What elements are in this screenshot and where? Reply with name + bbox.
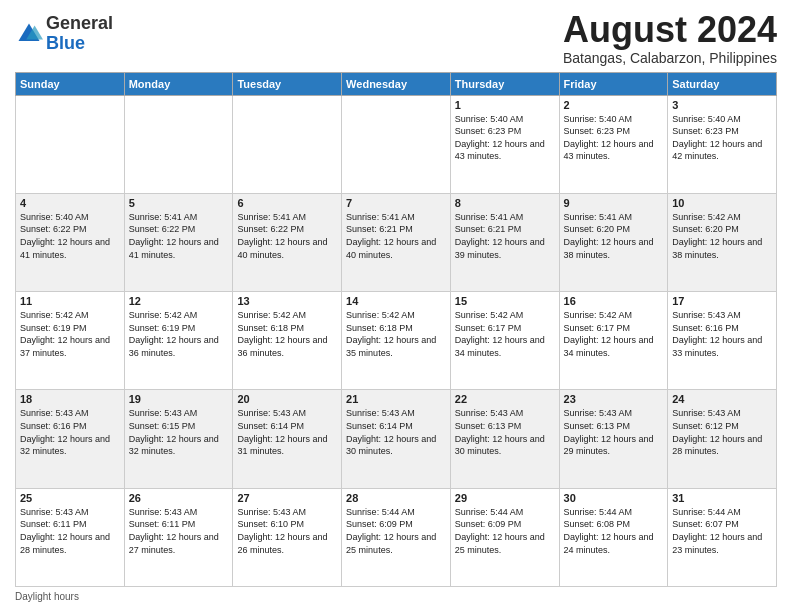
day-number: 30 xyxy=(564,492,664,504)
calendar-header-row: SundayMondayTuesdayWednesdayThursdayFrid… xyxy=(16,72,777,95)
calendar-day-header: Saturday xyxy=(668,72,777,95)
calendar-day-cell: 28Sunrise: 5:44 AM Sunset: 6:09 PM Dayli… xyxy=(342,488,451,586)
calendar-day-cell: 30Sunrise: 5:44 AM Sunset: 6:08 PM Dayli… xyxy=(559,488,668,586)
calendar-day-cell: 9Sunrise: 5:41 AM Sunset: 6:20 PM Daylig… xyxy=(559,193,668,291)
day-number: 9 xyxy=(564,197,664,209)
calendar-day-cell: 5Sunrise: 5:41 AM Sunset: 6:22 PM Daylig… xyxy=(124,193,233,291)
day-number: 28 xyxy=(346,492,446,504)
location-title: Batangas, Calabarzon, Philippines xyxy=(563,50,777,66)
calendar-day-cell: 25Sunrise: 5:43 AM Sunset: 6:11 PM Dayli… xyxy=(16,488,125,586)
day-info: Sunrise: 5:42 AM Sunset: 6:18 PM Dayligh… xyxy=(237,309,337,359)
day-number: 29 xyxy=(455,492,555,504)
header: General Blue August 2024 Batangas, Calab… xyxy=(15,10,777,66)
calendar-day-header: Thursday xyxy=(450,72,559,95)
day-info: Sunrise: 5:43 AM Sunset: 6:10 PM Dayligh… xyxy=(237,506,337,556)
day-number: 13 xyxy=(237,295,337,307)
calendar-week-row: 25Sunrise: 5:43 AM Sunset: 6:11 PM Dayli… xyxy=(16,488,777,586)
day-info: Sunrise: 5:43 AM Sunset: 6:13 PM Dayligh… xyxy=(564,407,664,457)
day-info: Sunrise: 5:44 AM Sunset: 6:08 PM Dayligh… xyxy=(564,506,664,556)
day-info: Sunrise: 5:43 AM Sunset: 6:11 PM Dayligh… xyxy=(20,506,120,556)
logo-blue-text: Blue xyxy=(46,33,85,53)
calendar-day-cell: 7Sunrise: 5:41 AM Sunset: 6:21 PM Daylig… xyxy=(342,193,451,291)
day-info: Sunrise: 5:44 AM Sunset: 6:09 PM Dayligh… xyxy=(346,506,446,556)
day-number: 19 xyxy=(129,393,229,405)
page: General Blue August 2024 Batangas, Calab… xyxy=(0,0,792,612)
day-info: Sunrise: 5:42 AM Sunset: 6:19 PM Dayligh… xyxy=(129,309,229,359)
calendar-day-cell: 29Sunrise: 5:44 AM Sunset: 6:09 PM Dayli… xyxy=(450,488,559,586)
day-number: 24 xyxy=(672,393,772,405)
day-number: 10 xyxy=(672,197,772,209)
logo-general-text: General xyxy=(46,13,113,33)
day-number: 1 xyxy=(455,99,555,111)
day-number: 14 xyxy=(346,295,446,307)
day-info: Sunrise: 5:43 AM Sunset: 6:14 PM Dayligh… xyxy=(237,407,337,457)
day-number: 6 xyxy=(237,197,337,209)
calendar-day-cell: 16Sunrise: 5:42 AM Sunset: 6:17 PM Dayli… xyxy=(559,292,668,390)
calendar-day-header: Monday xyxy=(124,72,233,95)
calendar-day-cell: 22Sunrise: 5:43 AM Sunset: 6:13 PM Dayli… xyxy=(450,390,559,488)
day-info: Sunrise: 5:40 AM Sunset: 6:23 PM Dayligh… xyxy=(672,113,772,163)
calendar-day-cell: 18Sunrise: 5:43 AM Sunset: 6:16 PM Dayli… xyxy=(16,390,125,488)
day-info: Sunrise: 5:42 AM Sunset: 6:19 PM Dayligh… xyxy=(20,309,120,359)
calendar-day-header: Tuesday xyxy=(233,72,342,95)
day-number: 16 xyxy=(564,295,664,307)
calendar-day-cell: 17Sunrise: 5:43 AM Sunset: 6:16 PM Dayli… xyxy=(668,292,777,390)
day-info: Sunrise: 5:43 AM Sunset: 6:12 PM Dayligh… xyxy=(672,407,772,457)
day-info: Sunrise: 5:43 AM Sunset: 6:13 PM Dayligh… xyxy=(455,407,555,457)
calendar-day-cell: 21Sunrise: 5:43 AM Sunset: 6:14 PM Dayli… xyxy=(342,390,451,488)
calendar-day-cell xyxy=(342,95,451,193)
calendar-day-cell: 31Sunrise: 5:44 AM Sunset: 6:07 PM Dayli… xyxy=(668,488,777,586)
day-info: Sunrise: 5:40 AM Sunset: 6:23 PM Dayligh… xyxy=(455,113,555,163)
calendar-day-cell: 13Sunrise: 5:42 AM Sunset: 6:18 PM Dayli… xyxy=(233,292,342,390)
day-number: 8 xyxy=(455,197,555,209)
logo: General Blue xyxy=(15,14,113,54)
calendar-week-row: 11Sunrise: 5:42 AM Sunset: 6:19 PM Dayli… xyxy=(16,292,777,390)
day-info: Sunrise: 5:40 AM Sunset: 6:23 PM Dayligh… xyxy=(564,113,664,163)
day-number: 23 xyxy=(564,393,664,405)
day-info: Sunrise: 5:43 AM Sunset: 6:16 PM Dayligh… xyxy=(672,309,772,359)
calendar-week-row: 18Sunrise: 5:43 AM Sunset: 6:16 PM Dayli… xyxy=(16,390,777,488)
day-number: 18 xyxy=(20,393,120,405)
day-info: Sunrise: 5:44 AM Sunset: 6:07 PM Dayligh… xyxy=(672,506,772,556)
calendar-day-cell: 12Sunrise: 5:42 AM Sunset: 6:19 PM Dayli… xyxy=(124,292,233,390)
day-info: Sunrise: 5:44 AM Sunset: 6:09 PM Dayligh… xyxy=(455,506,555,556)
day-info: Sunrise: 5:42 AM Sunset: 6:17 PM Dayligh… xyxy=(564,309,664,359)
day-number: 15 xyxy=(455,295,555,307)
day-info: Sunrise: 5:41 AM Sunset: 6:21 PM Dayligh… xyxy=(346,211,446,261)
day-number: 4 xyxy=(20,197,120,209)
calendar-day-cell: 14Sunrise: 5:42 AM Sunset: 6:18 PM Dayli… xyxy=(342,292,451,390)
calendar-day-cell: 23Sunrise: 5:43 AM Sunset: 6:13 PM Dayli… xyxy=(559,390,668,488)
calendar-day-cell: 27Sunrise: 5:43 AM Sunset: 6:10 PM Dayli… xyxy=(233,488,342,586)
title-block: August 2024 Batangas, Calabarzon, Philip… xyxy=(563,10,777,66)
month-title: August 2024 xyxy=(563,10,777,50)
day-info: Sunrise: 5:40 AM Sunset: 6:22 PM Dayligh… xyxy=(20,211,120,261)
day-info: Sunrise: 5:42 AM Sunset: 6:17 PM Dayligh… xyxy=(455,309,555,359)
footer: Daylight hours xyxy=(15,591,777,602)
calendar-day-cell: 8Sunrise: 5:41 AM Sunset: 6:21 PM Daylig… xyxy=(450,193,559,291)
calendar-day-cell: 2Sunrise: 5:40 AM Sunset: 6:23 PM Daylig… xyxy=(559,95,668,193)
day-number: 17 xyxy=(672,295,772,307)
day-info: Sunrise: 5:43 AM Sunset: 6:11 PM Dayligh… xyxy=(129,506,229,556)
calendar-day-cell: 10Sunrise: 5:42 AM Sunset: 6:20 PM Dayli… xyxy=(668,193,777,291)
day-info: Sunrise: 5:41 AM Sunset: 6:21 PM Dayligh… xyxy=(455,211,555,261)
calendar-day-cell: 24Sunrise: 5:43 AM Sunset: 6:12 PM Dayli… xyxy=(668,390,777,488)
calendar-day-header: Wednesday xyxy=(342,72,451,95)
calendar-day-cell: 19Sunrise: 5:43 AM Sunset: 6:15 PM Dayli… xyxy=(124,390,233,488)
calendar-day-cell xyxy=(124,95,233,193)
day-number: 21 xyxy=(346,393,446,405)
calendar-day-cell xyxy=(16,95,125,193)
calendar-week-row: 4Sunrise: 5:40 AM Sunset: 6:22 PM Daylig… xyxy=(16,193,777,291)
calendar-day-cell: 4Sunrise: 5:40 AM Sunset: 6:22 PM Daylig… xyxy=(16,193,125,291)
day-info: Sunrise: 5:42 AM Sunset: 6:20 PM Dayligh… xyxy=(672,211,772,261)
calendar-day-cell: 15Sunrise: 5:42 AM Sunset: 6:17 PM Dayli… xyxy=(450,292,559,390)
day-number: 5 xyxy=(129,197,229,209)
day-number: 7 xyxy=(346,197,446,209)
day-number: 26 xyxy=(129,492,229,504)
day-info: Sunrise: 5:42 AM Sunset: 6:18 PM Dayligh… xyxy=(346,309,446,359)
day-number: 3 xyxy=(672,99,772,111)
day-info: Sunrise: 5:43 AM Sunset: 6:14 PM Dayligh… xyxy=(346,407,446,457)
calendar-day-cell: 26Sunrise: 5:43 AM Sunset: 6:11 PM Dayli… xyxy=(124,488,233,586)
calendar-week-row: 1Sunrise: 5:40 AM Sunset: 6:23 PM Daylig… xyxy=(16,95,777,193)
logo-icon xyxy=(15,20,43,48)
day-info: Sunrise: 5:41 AM Sunset: 6:20 PM Dayligh… xyxy=(564,211,664,261)
